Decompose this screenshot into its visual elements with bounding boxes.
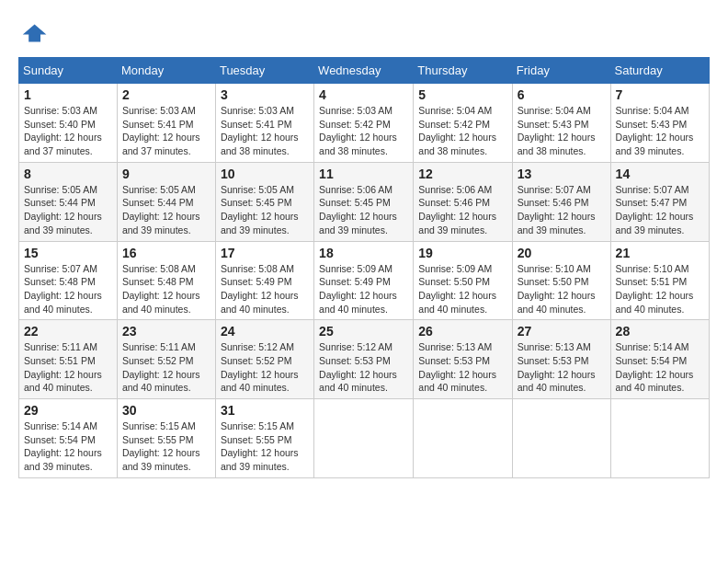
calendar-cell: 30Sunrise: 5:15 AMSunset: 5:55 PMDayligh… xyxy=(117,399,215,478)
calendar-row-2: 15Sunrise: 5:07 AMSunset: 5:48 PMDayligh… xyxy=(19,241,710,320)
calendar-cell: 10Sunrise: 5:05 AMSunset: 5:45 PMDayligh… xyxy=(215,162,313,241)
day-number: 24 xyxy=(221,324,309,339)
day-number: 29 xyxy=(24,403,112,418)
day-number: 14 xyxy=(616,167,704,181)
day-info: Sunrise: 5:09 AMSunset: 5:50 PMDaylight:… xyxy=(418,262,506,316)
day-number: 10 xyxy=(221,167,309,181)
day-info: Sunrise: 5:04 AMSunset: 5:42 PMDaylight:… xyxy=(418,104,506,158)
calendar-table: SundayMondayTuesdayWednesdayThursdayFrid… xyxy=(18,57,710,478)
calendar-cell: 13Sunrise: 5:07 AMSunset: 5:46 PMDayligh… xyxy=(512,162,610,241)
day-number: 28 xyxy=(616,324,704,339)
day-number: 6 xyxy=(518,87,606,102)
day-info: Sunrise: 5:04 AMSunset: 5:43 PMDaylight:… xyxy=(616,104,704,158)
day-info: Sunrise: 5:05 AMSunset: 5:44 PMDaylight:… xyxy=(24,183,112,237)
calendar-cell: 28Sunrise: 5:14 AMSunset: 5:54 PMDayligh… xyxy=(610,320,709,399)
calendar-cell: 6Sunrise: 5:04 AMSunset: 5:43 PMDaylight… xyxy=(512,84,610,163)
calendar-cell: 11Sunrise: 5:06 AMSunset: 5:45 PMDayligh… xyxy=(314,162,414,241)
calendar-cell: 4Sunrise: 5:03 AMSunset: 5:42 PMDaylight… xyxy=(314,84,414,163)
calendar-cell: 18Sunrise: 5:09 AMSunset: 5:49 PMDayligh… xyxy=(314,241,414,320)
day-info: Sunrise: 5:07 AMSunset: 5:47 PMDaylight:… xyxy=(616,183,704,237)
calendar-cell: 1Sunrise: 5:03 AMSunset: 5:40 PMDaylight… xyxy=(19,84,118,163)
weekday-header-row: SundayMondayTuesdayWednesdayThursdayFrid… xyxy=(19,58,710,84)
day-info: Sunrise: 5:09 AMSunset: 5:49 PMDaylight:… xyxy=(319,262,408,316)
calendar-cell: 5Sunrise: 5:04 AMSunset: 5:42 PMDaylight… xyxy=(414,84,512,163)
day-info: Sunrise: 5:06 AMSunset: 5:46 PMDaylight:… xyxy=(418,183,506,237)
day-number: 7 xyxy=(616,87,704,102)
calendar-cell: 25Sunrise: 5:12 AMSunset: 5:53 PMDayligh… xyxy=(314,320,414,399)
calendar-row-3: 22Sunrise: 5:11 AMSunset: 5:51 PMDayligh… xyxy=(19,320,710,399)
weekday-header-wednesday: Wednesday xyxy=(314,58,414,84)
calendar-cell: 22Sunrise: 5:11 AMSunset: 5:51 PMDayligh… xyxy=(19,320,118,399)
day-info: Sunrise: 5:07 AMSunset: 5:48 PMDaylight:… xyxy=(24,262,112,316)
day-number: 15 xyxy=(24,246,112,260)
calendar-cell xyxy=(414,399,512,478)
day-number: 22 xyxy=(24,324,112,339)
header xyxy=(18,18,710,48)
calendar-cell: 7Sunrise: 5:04 AMSunset: 5:43 PMDaylight… xyxy=(610,84,709,163)
weekday-header-saturday: Saturday xyxy=(610,58,709,84)
calendar-cell: 15Sunrise: 5:07 AMSunset: 5:48 PMDayligh… xyxy=(19,241,118,320)
day-number: 25 xyxy=(319,324,408,339)
day-info: Sunrise: 5:10 AMSunset: 5:50 PMDaylight:… xyxy=(518,262,606,316)
day-number: 11 xyxy=(319,167,408,181)
day-info: Sunrise: 5:03 AMSunset: 5:42 PMDaylight:… xyxy=(319,104,408,158)
calendar-cell: 20Sunrise: 5:10 AMSunset: 5:50 PMDayligh… xyxy=(512,241,610,320)
calendar-cell xyxy=(512,399,610,478)
logo-icon xyxy=(18,18,48,48)
calendar-cell: 3Sunrise: 5:03 AMSunset: 5:41 PMDaylight… xyxy=(215,84,313,163)
day-info: Sunrise: 5:10 AMSunset: 5:51 PMDaylight:… xyxy=(616,262,704,316)
calendar-cell: 23Sunrise: 5:11 AMSunset: 5:52 PMDayligh… xyxy=(117,320,215,399)
calendar-cell: 14Sunrise: 5:07 AMSunset: 5:47 PMDayligh… xyxy=(610,162,709,241)
day-number: 17 xyxy=(221,246,309,260)
calendar-cell: 29Sunrise: 5:14 AMSunset: 5:54 PMDayligh… xyxy=(19,399,118,478)
day-info: Sunrise: 5:03 AMSunset: 5:41 PMDaylight:… xyxy=(122,104,210,158)
day-info: Sunrise: 5:04 AMSunset: 5:43 PMDaylight:… xyxy=(518,104,606,158)
calendar-cell xyxy=(314,399,414,478)
day-info: Sunrise: 5:03 AMSunset: 5:41 PMDaylight:… xyxy=(221,104,309,158)
calendar-cell: 26Sunrise: 5:13 AMSunset: 5:53 PMDayligh… xyxy=(414,320,512,399)
weekday-header-monday: Monday xyxy=(117,58,215,84)
day-info: Sunrise: 5:06 AMSunset: 5:45 PMDaylight:… xyxy=(319,183,408,237)
day-info: Sunrise: 5:11 AMSunset: 5:52 PMDaylight:… xyxy=(122,340,210,395)
day-number: 21 xyxy=(616,246,704,260)
day-info: Sunrise: 5:11 AMSunset: 5:51 PMDaylight:… xyxy=(24,340,112,395)
day-info: Sunrise: 5:12 AMSunset: 5:53 PMDaylight:… xyxy=(319,340,408,395)
calendar-row-0: 1Sunrise: 5:03 AMSunset: 5:40 PMDaylight… xyxy=(19,84,710,163)
calendar-cell: 24Sunrise: 5:12 AMSunset: 5:52 PMDayligh… xyxy=(215,320,313,399)
day-number: 18 xyxy=(319,246,408,260)
day-number: 12 xyxy=(418,167,506,181)
weekday-header-tuesday: Tuesday xyxy=(215,58,313,84)
day-info: Sunrise: 5:05 AMSunset: 5:44 PMDaylight:… xyxy=(122,183,210,237)
calendar-cell xyxy=(610,399,709,478)
calendar-cell: 9Sunrise: 5:05 AMSunset: 5:44 PMDaylight… xyxy=(117,162,215,241)
weekday-header-sunday: Sunday xyxy=(19,58,118,84)
calendar-row-4: 29Sunrise: 5:14 AMSunset: 5:54 PMDayligh… xyxy=(19,399,710,478)
day-number: 5 xyxy=(418,87,506,102)
calendar-row-1: 8Sunrise: 5:05 AMSunset: 5:44 PMDaylight… xyxy=(19,162,710,241)
calendar-cell: 16Sunrise: 5:08 AMSunset: 5:48 PMDayligh… xyxy=(117,241,215,320)
day-number: 8 xyxy=(24,167,112,181)
day-number: 20 xyxy=(518,246,606,260)
day-number: 19 xyxy=(418,246,506,260)
day-number: 31 xyxy=(221,403,309,418)
day-number: 23 xyxy=(122,324,210,339)
calendar-cell: 17Sunrise: 5:08 AMSunset: 5:49 PMDayligh… xyxy=(215,241,313,320)
calendar-cell: 8Sunrise: 5:05 AMSunset: 5:44 PMDaylight… xyxy=(19,162,118,241)
day-info: Sunrise: 5:15 AMSunset: 5:55 PMDaylight:… xyxy=(122,419,210,474)
day-info: Sunrise: 5:12 AMSunset: 5:52 PMDaylight:… xyxy=(221,340,309,395)
calendar-cell: 27Sunrise: 5:13 AMSunset: 5:53 PMDayligh… xyxy=(512,320,610,399)
weekday-header-friday: Friday xyxy=(512,58,610,84)
day-number: 16 xyxy=(122,246,210,260)
day-number: 30 xyxy=(122,403,210,418)
day-info: Sunrise: 5:14 AMSunset: 5:54 PMDaylight:… xyxy=(24,419,112,474)
day-info: Sunrise: 5:14 AMSunset: 5:54 PMDaylight:… xyxy=(616,340,704,395)
day-info: Sunrise: 5:03 AMSunset: 5:40 PMDaylight:… xyxy=(24,104,112,158)
day-number: 13 xyxy=(518,167,606,181)
day-number: 9 xyxy=(122,167,210,181)
day-info: Sunrise: 5:13 AMSunset: 5:53 PMDaylight:… xyxy=(518,340,606,395)
day-number: 1 xyxy=(24,87,112,102)
day-info: Sunrise: 5:08 AMSunset: 5:48 PMDaylight:… xyxy=(122,262,210,316)
svg-marker-0 xyxy=(23,24,47,41)
day-info: Sunrise: 5:08 AMSunset: 5:49 PMDaylight:… xyxy=(221,262,309,316)
logo xyxy=(18,18,51,48)
